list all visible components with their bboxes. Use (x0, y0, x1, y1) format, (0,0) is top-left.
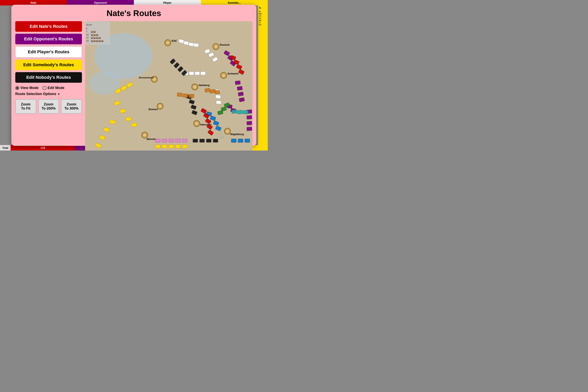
svg-rect-88 (210, 90, 215, 93)
edit-opponent-button[interactable]: Edit Opponent's Routes (15, 34, 82, 44)
svg-text:Score: Score (86, 23, 92, 26)
svg-rect-86 (189, 94, 194, 98)
svg-point-19 (158, 105, 162, 108)
svg-rect-63 (193, 139, 198, 142)
svg-rect-35 (126, 117, 131, 121)
svg-rect-66 (213, 139, 218, 142)
svg-text:18: 18 (86, 40, 89, 42)
svg-text:Magdeburg: Magdeburg (230, 133, 244, 136)
svg-text:🚂🚂🚂: 🚂🚂🚂 (91, 34, 98, 36)
svg-point-28 (226, 130, 229, 133)
svg-rect-117 (243, 110, 248, 114)
svg-point-13 (193, 86, 196, 88)
svg-rect-65 (206, 139, 211, 142)
svg-text:Bremen: Bremen (148, 108, 158, 111)
svg-rect-78 (247, 121, 252, 125)
zoom-200-button[interactable]: Zoom To 200% (38, 99, 59, 114)
modal-body: Edit Nate's Routes Edit Opponent's Route… (15, 21, 252, 150)
view-mode-option[interactable]: View Mode (15, 86, 38, 90)
edit-mode-label: Edit Mode (48, 86, 64, 90)
svg-text:🚂🚂🚂🚂: 🚂🚂🚂🚂 (91, 36, 101, 39)
svg-rect-49 (189, 72, 194, 75)
svg-rect-77 (247, 116, 252, 119)
svg-rect-36 (131, 123, 137, 127)
svg-text:10: 10 (86, 33, 89, 36)
svg-rect-102 (169, 139, 174, 142)
svg-rect-96 (245, 139, 250, 142)
svg-rect-89 (215, 90, 220, 94)
modal-title: Nate's Routes (106, 8, 161, 18)
svg-point-25 (195, 122, 198, 125)
svg-rect-104 (182, 139, 188, 142)
svg-rect-85 (183, 94, 188, 98)
svg-rect-37 (110, 120, 116, 124)
left-panel: Edit Nate's Routes Edit Opponent's Route… (15, 21, 82, 150)
zoom-row: Zoom To Fit Zoom To 200% Zoom To 300% (15, 99, 82, 114)
map-svg: Kiel Rostock Schwerin Hamburg (85, 21, 252, 150)
view-mode-radio[interactable] (15, 86, 19, 90)
svg-rect-64 (200, 139, 204, 142)
svg-rect-116 (237, 110, 242, 114)
svg-rect-109 (182, 145, 188, 148)
svg-text:4: 4 (86, 27, 88, 30)
svg-rect-70 (235, 81, 240, 85)
zoom-300-button[interactable]: Zoom To 300% (61, 99, 82, 114)
map-area[interactable]: Kiel Rostock Schwerin Hamburg (85, 21, 252, 150)
svg-text:⚓: ⚓ (216, 130, 226, 139)
edit-somebody-button[interactable]: Edit Somebody's Routes (15, 60, 82, 70)
edit-nate-button[interactable]: Edit Nate's Routes (15, 21, 82, 32)
modal-dialog: Nate's Routes Edit Nate's Routes Edit Op… (11, 5, 256, 146)
svg-text:🚂🚂: 🚂🚂 (91, 30, 96, 33)
route-selection-label: Route Selection Options (15, 92, 56, 96)
svg-rect-105 (155, 145, 160, 148)
route-selection-row[interactable]: Route Selection Options ▼ (15, 92, 82, 96)
svg-rect-94 (231, 139, 236, 142)
svg-rect-51 (200, 72, 206, 75)
svg-rect-115 (232, 110, 237, 114)
svg-rect-43 (188, 42, 194, 46)
svg-rect-103 (176, 139, 180, 142)
svg-point-7 (214, 45, 218, 48)
edit-player-button[interactable]: Edit Player's Routes (15, 46, 82, 58)
svg-rect-79 (247, 127, 252, 131)
svg-point-10 (222, 74, 225, 77)
svg-text:Kiel: Kiel (172, 40, 176, 42)
svg-text:Schwerin: Schwerin (227, 72, 238, 75)
svg-text:Hamburg: Hamburg (198, 84, 210, 87)
svg-rect-100 (155, 139, 160, 142)
svg-rect-44 (194, 43, 199, 47)
edit-nobody-button[interactable]: Edit Nobody's Routes (15, 72, 82, 83)
svg-text:Münster: Münster (146, 138, 156, 140)
view-mode-label: View Mode (20, 86, 38, 90)
svg-text:Bremerhaven: Bremerhaven (139, 76, 154, 79)
edit-mode-option[interactable]: Edit Mode (42, 86, 64, 90)
svg-point-4 (166, 41, 169, 44)
svg-text:7: 7 (86, 30, 88, 33)
svg-rect-108 (176, 145, 180, 148)
edit-mode-radio[interactable] (42, 86, 46, 90)
route-selection-chevron-down-icon: ▼ (58, 92, 60, 96)
svg-rect-54 (216, 100, 221, 104)
svg-rect-87 (205, 88, 210, 92)
svg-rect-71 (237, 86, 242, 90)
mode-row: View Mode Edit Mode (15, 86, 82, 90)
svg-point-22 (143, 134, 146, 136)
svg-rect-53 (216, 95, 221, 99)
svg-rect-95 (238, 139, 243, 142)
modal-overlay: Nate's Routes Edit Nate's Routes Edit Op… (0, 0, 268, 150)
svg-text:🚂🚂🚂🚂🚂: 🚂🚂🚂🚂🚂 (91, 40, 104, 42)
svg-text:15: 15 (86, 36, 89, 39)
svg-rect-50 (195, 72, 200, 75)
svg-rect-107 (169, 145, 174, 148)
svg-rect-72 (238, 92, 244, 96)
svg-rect-106 (162, 145, 167, 148)
svg-text:Rostock: Rostock (220, 43, 230, 46)
svg-rect-101 (162, 139, 167, 142)
svg-rect-84 (177, 93, 182, 97)
zoom-fit-button[interactable]: Zoom To Fit (15, 99, 36, 114)
